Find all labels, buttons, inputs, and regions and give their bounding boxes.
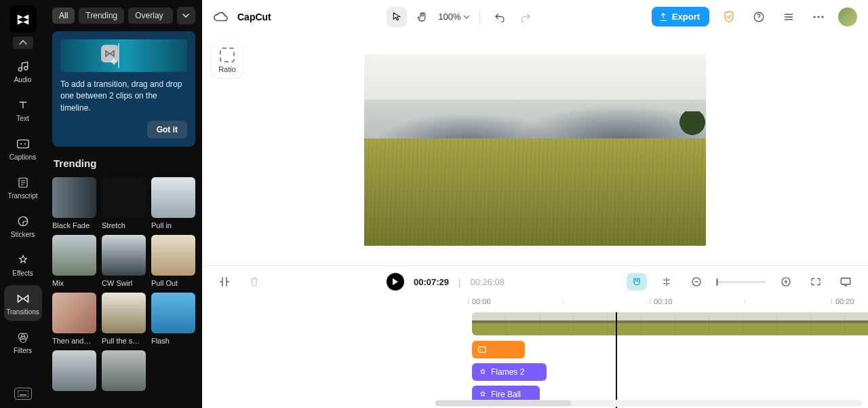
svg-rect-9 — [20, 394, 26, 396]
canvas-area: Ratio — [202, 34, 868, 265]
transition-card[interactable]: Mix — [52, 235, 96, 287]
rail-item-captions[interactable]: Captions — [4, 130, 42, 166]
section-title: Trending — [54, 157, 195, 169]
app-logo[interactable] — [9, 5, 37, 33]
ratio-tool[interactable]: Ratio — [212, 42, 243, 77]
hand-tool[interactable] — [412, 7, 433, 27]
more-icon[interactable] — [808, 7, 829, 27]
rail-item-audio[interactable]: Audio — [4, 53, 42, 89]
rail-label: Filters — [14, 347, 32, 354]
transition-card[interactable]: Stretch — [102, 177, 146, 229]
transition-card[interactable] — [52, 350, 96, 394]
effects-icon — [16, 253, 30, 267]
redo-button[interactable] — [515, 7, 536, 27]
timeline-zoom-slider[interactable] — [716, 281, 766, 283]
transition-card[interactable]: Pull in — [151, 177, 195, 229]
delete-tool[interactable] — [244, 272, 264, 292]
rail-bottom — [14, 388, 32, 408]
split-tool[interactable] — [214, 272, 235, 292]
sparkle-icon — [479, 368, 487, 376]
tab-trending[interactable]: Trending — [79, 7, 124, 24]
timeline-tracks: Flames 2 Fire Ball — [472, 312, 861, 403]
rail-scroll-up[interactable] — [13, 37, 33, 49]
card-label: Stretch — [102, 221, 146, 229]
timeline-body[interactable]: Flames 2 Fire Ball — [202, 312, 868, 408]
help-icon[interactable] — [749, 7, 769, 27]
avatar[interactable] — [838, 7, 857, 26]
rail-label: Captions — [9, 153, 36, 161]
time-total: 00:26:08 — [470, 277, 505, 287]
export-label: Export — [672, 12, 700, 22]
fit-timeline-button[interactable] — [806, 273, 826, 291]
zoom-out-button[interactable] — [686, 273, 707, 291]
rail-item-transitions[interactable]: Transitions — [4, 285, 42, 321]
tip-text: To add a transition, drag and drop one b… — [60, 79, 187, 114]
rail-label: Transitions — [6, 308, 39, 316]
svg-point-1 — [24, 67, 27, 70]
play-button[interactable] — [387, 273, 404, 291]
card-label: CW Swirl — [102, 279, 146, 287]
music-icon — [16, 60, 30, 73]
text-icon — [16, 98, 30, 112]
tabs-overflow-button[interactable] — [177, 7, 195, 24]
playhead[interactable] — [616, 312, 617, 408]
layers-icon[interactable] — [778, 7, 799, 27]
card-label: Black Fade — [52, 221, 96, 229]
video-clip[interactable] — [472, 312, 868, 335]
got-it-button[interactable]: Got it — [147, 121, 187, 138]
stickers-icon — [16, 215, 30, 228]
project-title[interactable]: CapCut — [237, 12, 271, 22]
transition-card[interactable]: Pull the s… — [102, 293, 146, 345]
timeline-toolbar: 00:07:29 | 00:26:08 — [202, 266, 868, 297]
tab-overlay[interactable]: Overlay — [128, 7, 172, 24]
magnet-toggle[interactable] — [627, 273, 647, 291]
export-button[interactable]: Export — [652, 7, 709, 26]
cloud-sync-icon[interactable] — [213, 10, 228, 24]
transition-card[interactable]: Flash — [151, 293, 195, 345]
card-label: Pull Out — [151, 279, 195, 287]
video-preview[interactable] — [364, 54, 706, 246]
time-separator: | — [458, 277, 460, 287]
timeline: 00:07:29 | 00:26:08 00:00 00:10 00:20 00… — [202, 265, 868, 408]
caption-clip[interactable] — [472, 341, 525, 358]
effect-label: Flames 2 — [491, 367, 524, 377]
captions-icon — [16, 137, 30, 151]
svg-point-12 — [817, 16, 819, 18]
card-label: Then and… — [52, 337, 96, 345]
align-toggle[interactable] — [656, 273, 677, 291]
filters-icon — [16, 331, 30, 344]
effect-clip[interactable]: Flames 2 — [472, 363, 547, 381]
keyboard-icon[interactable] — [14, 388, 32, 400]
svg-rect-17 — [479, 347, 486, 352]
cursor-icon: ✥ — [111, 57, 117, 67]
shield-icon[interactable] — [719, 7, 739, 27]
rail-label: Transcript — [7, 192, 37, 200]
rail-item-filters[interactable]: Filters — [4, 324, 42, 360]
transition-card[interactable]: Then and… — [52, 293, 96, 345]
rail-item-text[interactable]: Text — [4, 92, 42, 128]
transition-card[interactable]: Pull Out — [151, 235, 195, 287]
select-tool[interactable] — [387, 7, 407, 27]
caption-icon — [477, 345, 487, 354]
tab-all[interactable]: All — [52, 7, 75, 24]
canvas-tool-group: 100% — [387, 7, 536, 27]
transitions-icon — [16, 292, 30, 305]
transition-tip-card: ✥ To add a transition, drag and drop one… — [52, 31, 195, 147]
transition-card[interactable]: Black Fade — [52, 177, 96, 229]
preview-mode-button[interactable] — [835, 273, 856, 291]
video-stage[interactable] — [202, 34, 868, 265]
undo-button[interactable] — [490, 7, 510, 27]
transition-card[interactable] — [102, 350, 146, 394]
panel-tabs: All Trending Overlay — [52, 7, 195, 24]
rail-label: Audio — [14, 76, 32, 84]
timeline-ruler[interactable]: 00:00 00:10 00:20 00:30 — [472, 297, 868, 312]
transition-card[interactable]: CW Swirl — [102, 235, 146, 287]
rail-item-stickers[interactable]: Stickers — [4, 208, 42, 244]
rail-item-transcript[interactable]: Transcript — [4, 169, 42, 205]
zoom-dropdown[interactable]: 100% — [438, 12, 470, 22]
zoom-in-button[interactable] — [776, 273, 796, 291]
rail-item-effects[interactable]: Effects — [4, 246, 42, 282]
transitions-panel: All Trending Overlay ✥ To add a transiti… — [45, 0, 202, 408]
timeline-scrollbar[interactable] — [435, 400, 863, 407]
svg-rect-8 — [18, 390, 28, 397]
